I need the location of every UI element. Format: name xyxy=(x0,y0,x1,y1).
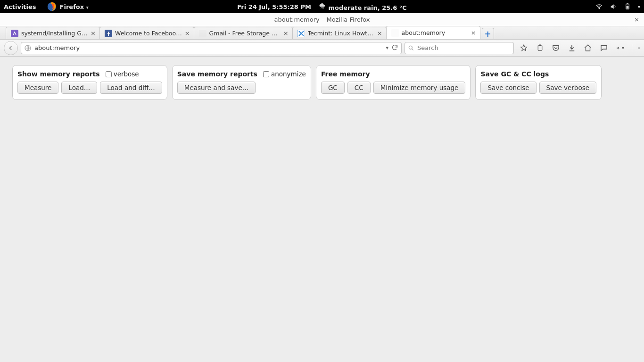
svg-point-16 xyxy=(618,48,619,49)
tab-label: Tecmint: Linux Howt… xyxy=(308,30,374,37)
load-button[interactable]: Load… xyxy=(61,82,97,94)
favicon-tecmint-icon xyxy=(297,30,305,37)
svg-point-14 xyxy=(617,47,618,48)
measure-button[interactable]: Measure xyxy=(17,82,58,94)
search-icon xyxy=(408,45,414,51)
pocket-icon[interactable] xyxy=(552,44,560,52)
urlbar[interactable]: about:memory ▾ xyxy=(21,42,402,54)
battery-icon[interactable] xyxy=(624,3,631,10)
svg-point-1 xyxy=(599,8,600,9)
tab-label: systemd/Installing G… xyxy=(21,30,88,37)
back-button[interactable] xyxy=(4,41,18,55)
activities-button[interactable]: Activities xyxy=(4,3,36,10)
tab-gmail[interactable]: Gmail - Free Storage and… × xyxy=(194,27,293,39)
checkbox-text: verbose xyxy=(114,70,139,78)
rain-icon xyxy=(319,2,326,10)
section-title: Save memory reports xyxy=(177,70,257,78)
section-title: Free memory xyxy=(321,70,370,78)
favicon-gmail-icon xyxy=(199,30,206,37)
hamburger-menu-icon[interactable] xyxy=(632,44,640,52)
section-free-memory: Free memory GC CC Minimize memory usage xyxy=(316,65,471,100)
gc-button[interactable]: GC xyxy=(321,82,345,94)
anonymize-checkbox-label[interactable]: anonymize xyxy=(263,70,306,78)
tab-label: about:memory xyxy=(402,29,468,36)
anonymize-checkbox[interactable] xyxy=(263,71,269,77)
search-bar[interactable] xyxy=(405,42,514,54)
bookmark-star-icon[interactable] xyxy=(520,44,528,52)
svg-rect-4 xyxy=(627,6,628,8)
urlbar-dropdown-icon[interactable]: ▾ xyxy=(386,45,388,51)
minimize-memory-button[interactable]: Minimize memory usage xyxy=(373,82,466,94)
addon-icon[interactable]: ▾ xyxy=(616,44,624,52)
search-input[interactable] xyxy=(417,44,511,51)
checkbox-text: anonymize xyxy=(271,70,306,78)
tab-strip: systemd/Installing G… × Welcome to Faceb… xyxy=(0,26,644,40)
save-verbose-button[interactable]: Save verbose xyxy=(539,82,596,94)
tab-close-button[interactable]: × xyxy=(185,30,190,37)
section-title: Save GC & CC logs xyxy=(480,70,549,78)
section-title: Show memory reports xyxy=(17,70,100,78)
app-menu[interactable]: Firefox ▾ xyxy=(60,3,89,10)
section-show-memory-reports: Show memory reports verbose Measure Load… xyxy=(12,65,167,100)
section-save-gc-cc-logs: Save GC & CC logs Save concise Save verb… xyxy=(475,65,602,100)
tab-label: Gmail - Free Storage and… xyxy=(209,30,281,37)
svg-rect-5 xyxy=(11,30,18,37)
tab-close-button[interactable]: × xyxy=(471,29,476,36)
downloads-icon[interactable] xyxy=(568,44,576,52)
tab-close-button[interactable]: × xyxy=(91,30,96,37)
volume-icon[interactable] xyxy=(610,3,617,10)
tab-tecmint[interactable]: Tecmint: Linux Howt… × xyxy=(292,27,387,39)
svg-point-11 xyxy=(409,46,412,49)
new-tab-button[interactable]: + xyxy=(482,28,494,39)
firefox-icon xyxy=(47,1,57,12)
tab-label: Welcome to Faceboo… xyxy=(115,30,182,37)
reload-button[interactable] xyxy=(391,44,398,52)
clock[interactable]: Fri 24 Jul, 5:55:28 PM xyxy=(237,3,311,10)
svg-rect-3 xyxy=(627,3,628,4)
verbose-checkbox-label[interactable]: verbose xyxy=(106,70,139,78)
toolbar-icons: ▾ xyxy=(520,44,640,52)
weather-indicator[interactable]: moderate rain, 25.6 °C xyxy=(319,2,407,11)
favicon-generic-icon xyxy=(11,30,18,37)
chat-icon[interactable] xyxy=(600,44,608,52)
window-close-button[interactable]: × xyxy=(634,16,639,23)
home-icon[interactable] xyxy=(584,44,592,52)
svg-rect-13 xyxy=(539,44,541,46)
svg-rect-7 xyxy=(199,30,206,37)
favicon-facebook-icon xyxy=(105,30,112,37)
section-save-memory-reports: Save memory reports anonymize Measure an… xyxy=(172,65,311,100)
tab-close-button[interactable]: × xyxy=(283,30,289,37)
globe-icon xyxy=(24,44,32,52)
url-text[interactable]: about:memory xyxy=(34,44,383,51)
tab-facebook[interactable]: Welcome to Faceboo… × xyxy=(99,27,194,39)
cc-button[interactable]: CC xyxy=(347,82,371,94)
tab-about-memory[interactable]: about:memory × xyxy=(386,26,480,39)
verbose-checkbox[interactable] xyxy=(106,71,112,77)
window-titlebar: about:memory – Mozilla Firefox × xyxy=(0,13,644,26)
tab-systemd[interactable]: systemd/Installing G… × xyxy=(6,27,100,39)
clipboard-icon[interactable] xyxy=(536,44,544,52)
save-concise-button[interactable]: Save concise xyxy=(480,82,536,94)
wifi-icon[interactable] xyxy=(595,3,603,10)
firefox-window: about:memory – Mozilla Firefox × systemd… xyxy=(0,13,644,362)
gnome-top-bar: Activities Firefox ▾ Fri 24 Jul, 5:55:28… xyxy=(0,0,644,13)
system-menu-chevron-icon[interactable]: ▾ xyxy=(638,4,640,9)
favicon-blank-icon xyxy=(391,29,399,37)
svg-rect-9 xyxy=(391,29,399,37)
page-content: Show memory reports verbose Measure Load… xyxy=(0,57,644,362)
nav-toolbar: about:memory ▾ xyxy=(0,40,644,57)
svg-rect-12 xyxy=(538,45,542,50)
window-title: about:memory – Mozilla Firefox xyxy=(274,16,370,23)
measure-and-save-button[interactable]: Measure and save… xyxy=(177,82,256,94)
svg-point-15 xyxy=(618,47,619,48)
load-and-diff-button[interactable]: Load and diff… xyxy=(100,82,162,94)
tab-close-button[interactable]: × xyxy=(377,30,382,37)
